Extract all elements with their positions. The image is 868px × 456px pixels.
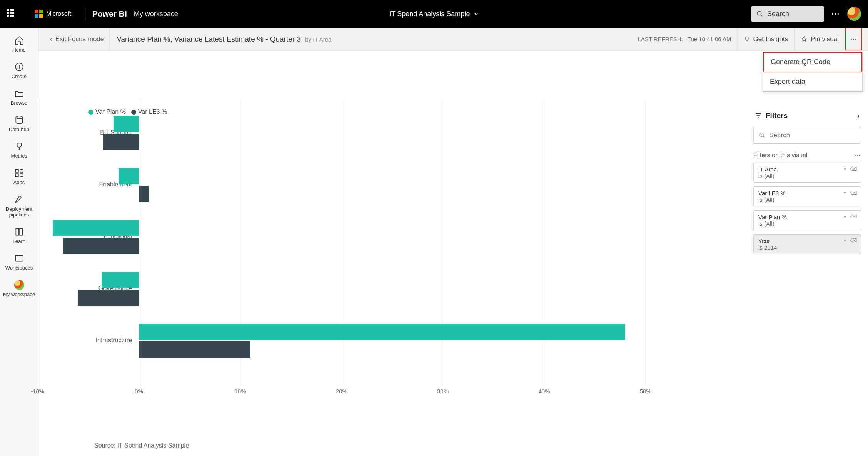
svg-rect-9 — [20, 174, 23, 177]
user-avatar[interactable] — [847, 7, 861, 21]
filter-name: Year — [758, 238, 856, 244]
filter-icon — [755, 112, 762, 119]
header-more-icon[interactable]: ⋯ — [831, 9, 840, 19]
bar[interactable] — [78, 290, 139, 306]
x-axis-tick-label: 30% — [437, 388, 449, 394]
exit-label: Exit Focus mode — [55, 35, 104, 43]
bar[interactable] — [114, 116, 139, 132]
focus-toolbar: ‹ Exit Focus mode Variance Plan %, Varia… — [38, 28, 868, 51]
get-insights-label: Get Insights — [753, 35, 788, 43]
nav-data-hub[interactable]: Data hub — [0, 110, 38, 137]
filter-value: is (All) — [758, 196, 775, 203]
product-name[interactable]: Power BI — [92, 9, 127, 18]
svg-rect-6 — [15, 169, 18, 172]
bar[interactable] — [103, 134, 139, 150]
book-icon — [14, 227, 24, 237]
x-axis-tick-label: -10% — [31, 388, 44, 394]
nav-browse[interactable]: Browse — [0, 84, 38, 110]
app-launcher-icon[interactable] — [7, 9, 16, 18]
eraser-icon[interactable]: ⌫ — [850, 190, 857, 196]
nav-label: Create — [12, 73, 27, 79]
filter-card[interactable]: IT Areais (All)∨⌫ — [753, 163, 861, 183]
apps-icon — [14, 168, 24, 178]
menu-export-data[interactable]: Export data — [763, 72, 862, 91]
filter-value: is (All) — [758, 220, 775, 227]
filters-pane: Filters › Search Filters on this visual … — [753, 108, 861, 254]
workspace-breadcrumb[interactable]: My workspace — [134, 10, 178, 18]
nav-my-workspace[interactable]: My workspace — [0, 275, 38, 302]
filters-heading-label: Filters — [766, 112, 788, 120]
filters-expand-icon[interactable]: › — [857, 112, 860, 120]
visual-title: Variance Plan %, Variance Latest Estimat… — [117, 35, 331, 43]
global-search[interactable]: Search — [751, 6, 824, 22]
chevron-down-icon[interactable]: ∨ — [843, 191, 847, 195]
report-title-dropdown[interactable]: IT Spend Analysis Sample ∨ — [389, 10, 479, 18]
filter-value: is 2014 — [758, 244, 777, 251]
bar[interactable] — [139, 341, 250, 358]
bar[interactable] — [139, 324, 625, 340]
bar[interactable] — [63, 238, 139, 254]
nav-label: Learn — [13, 238, 25, 244]
lightbulb-icon — [743, 36, 750, 43]
pin-visual-button[interactable]: Pin visual — [794, 28, 845, 50]
get-insights-button[interactable]: Get Insights — [737, 28, 795, 50]
filter-card[interactable]: Yearis 2014∨⌫ — [753, 234, 861, 254]
filter-name: IT Area — [758, 166, 856, 173]
chevron-down-icon: ∨ — [474, 11, 479, 16]
svg-rect-10 — [15, 255, 23, 261]
filter-name: Var LE3 % — [758, 190, 856, 196]
filter-card[interactable]: Var Plan %is (All)∨⌫ — [753, 210, 861, 230]
database-icon — [14, 115, 24, 125]
plot-area: -10%0%10%20%30%40%50%BU SupportEnablemen… — [139, 101, 746, 393]
exit-focus-button[interactable]: ‹ Exit Focus mode — [45, 28, 110, 50]
search-icon — [759, 132, 765, 138]
trophy-icon — [14, 141, 24, 151]
filters-search-placeholder: Search — [769, 131, 790, 139]
x-axis-tick-label: 50% — [640, 388, 651, 394]
menu-generate-qr[interactable]: Generate QR Code — [763, 52, 862, 72]
nav-home[interactable]: Home — [0, 31, 38, 57]
bar[interactable] — [53, 220, 139, 236]
x-axis-tick-label: 10% — [234, 388, 246, 394]
filters-more-icon[interactable]: ⋯ — [854, 151, 861, 159]
refresh-timestamp: Tue 10:41:06 AM — [688, 36, 731, 42]
nav-label: Home — [12, 47, 26, 53]
nav-label: My workspace — [3, 291, 35, 297]
svg-rect-8 — [15, 174, 18, 177]
chart: -10%0%10%20%30%40%50%BU SupportEnablemen… — [54, 101, 746, 393]
nav-label: Browse — [11, 100, 27, 106]
nav-apps[interactable]: Apps — [0, 163, 38, 190]
microsoft-logo: Microsoft — [35, 10, 71, 18]
nav-label: Deployment pipelines — [0, 206, 38, 218]
chart-source: Source: IT Spend Analysis Sample — [94, 442, 189, 449]
filters-search[interactable]: Search — [753, 127, 861, 144]
chevron-down-icon[interactable]: ∨ — [843, 167, 847, 171]
title-sub: by IT Area — [305, 36, 331, 43]
chevron-down-icon[interactable]: ∨ — [843, 215, 847, 218]
grid-line — [38, 101, 38, 385]
menu-label: Export data — [770, 78, 805, 85]
eraser-icon[interactable]: ⌫ — [850, 166, 857, 172]
nav-deployment-pipelines[interactable]: Deployment pipelines — [0, 190, 38, 222]
nav-learn[interactable]: Learn — [0, 222, 38, 249]
bar[interactable] — [139, 186, 149, 202]
bar[interactable] — [102, 272, 139, 288]
pin-icon — [801, 36, 808, 43]
eraser-icon[interactable]: ⌫ — [850, 238, 857, 243]
menu-label: Generate QR Code — [771, 58, 830, 66]
main-canvas: Var Plan % Var LE3 % -10%0%10%20%30%40%5… — [38, 51, 868, 456]
nav-label: Workspaces — [5, 265, 33, 271]
x-axis-tick-label: 40% — [538, 388, 550, 394]
pin-visual-label: Pin visual — [811, 35, 839, 43]
toolbar-more-button[interactable]: ⋯ — [845, 28, 862, 50]
bar[interactable] — [119, 168, 139, 184]
nav-create[interactable]: Create — [0, 57, 38, 84]
grid-line — [342, 101, 342, 385]
nav-metrics[interactable]: Metrics — [0, 137, 38, 163]
search-placeholder: Search — [767, 10, 789, 18]
nav-workspaces[interactable]: Workspaces — [0, 249, 38, 275]
eraser-icon[interactable]: ⌫ — [850, 214, 857, 220]
filter-card[interactable]: Var LE3 %is (All)∨⌫ — [753, 186, 861, 206]
chevron-down-icon[interactable]: ∨ — [843, 239, 847, 242]
workspace-avatar-icon — [14, 280, 24, 290]
